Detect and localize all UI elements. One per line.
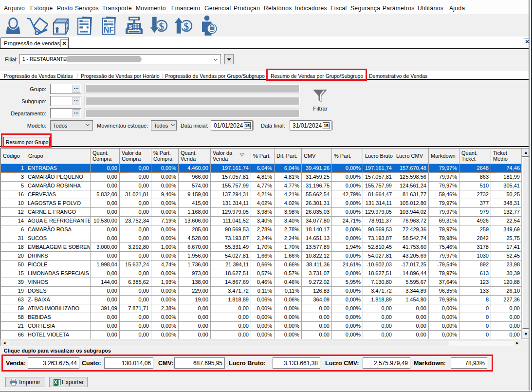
svg-text:X: X xyxy=(54,380,57,385)
svg-text:$: $ xyxy=(129,24,132,30)
svg-text:$: $ xyxy=(184,20,189,32)
svg-text:$: $ xyxy=(159,20,165,32)
svg-text:NF: NF xyxy=(104,26,114,34)
